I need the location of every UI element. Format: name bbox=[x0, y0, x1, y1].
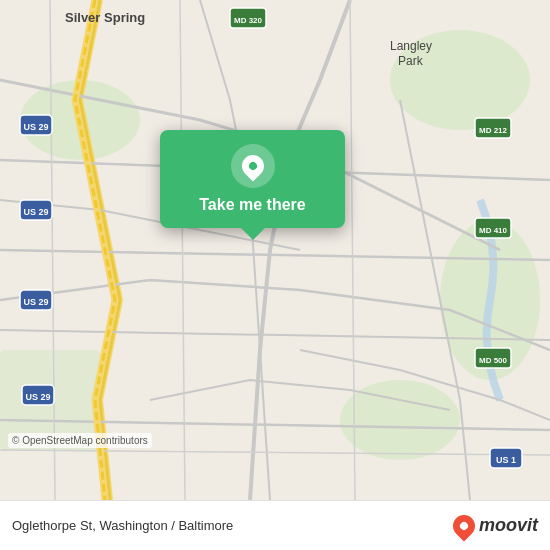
take-me-there-button[interactable]: Take me there bbox=[199, 196, 305, 214]
svg-text:US 29: US 29 bbox=[23, 122, 48, 132]
svg-text:Park: Park bbox=[398, 54, 424, 68]
svg-text:US 29: US 29 bbox=[23, 297, 48, 307]
svg-text:US 29: US 29 bbox=[23, 207, 48, 217]
svg-text:Silver Spring: Silver Spring bbox=[65, 10, 145, 25]
svg-text:Langley: Langley bbox=[390, 39, 432, 53]
svg-text:MD 410: MD 410 bbox=[479, 226, 508, 235]
svg-text:US 29: US 29 bbox=[25, 392, 50, 402]
bottom-bar: Oglethorpe St, Washington / Baltimore mo… bbox=[0, 500, 550, 550]
moovit-pin-icon bbox=[448, 510, 479, 541]
location-label: Oglethorpe St, Washington / Baltimore bbox=[12, 518, 233, 533]
svg-text:US 1: US 1 bbox=[496, 455, 516, 465]
svg-text:MD 320: MD 320 bbox=[234, 16, 263, 25]
location-pin-icon bbox=[237, 150, 268, 181]
svg-text:MD 212: MD 212 bbox=[479, 126, 508, 135]
svg-text:MD 500: MD 500 bbox=[479, 356, 508, 365]
location-pin-wrapper bbox=[231, 144, 275, 188]
popup-card[interactable]: Take me there bbox=[160, 130, 345, 228]
osm-attribution: © OpenStreetMap contributors bbox=[8, 433, 152, 448]
map-background: US 29 US 29 US 29 US 29 MD 320 MD 212 MD… bbox=[0, 0, 550, 500]
moovit-brand-text: moovit bbox=[479, 515, 538, 536]
moovit-logo: moovit bbox=[453, 515, 538, 537]
map-container: US 29 US 29 US 29 US 29 MD 320 MD 212 MD… bbox=[0, 0, 550, 500]
